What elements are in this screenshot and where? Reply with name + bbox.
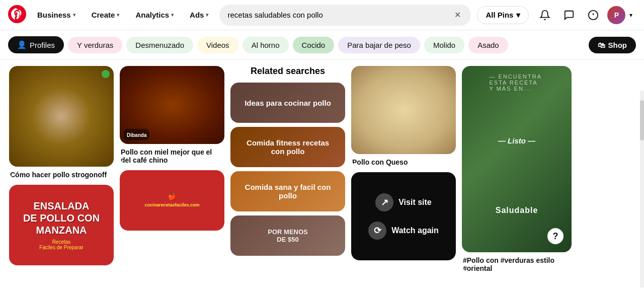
card-label-strogonoff: Cómo hacer pollo strogonoff bbox=[9, 171, 114, 179]
chip-desmenuzado[interactable]: Desmenuzado bbox=[126, 37, 193, 53]
scrollbar-track bbox=[640, 90, 644, 287]
column-4: Pollo con Queso ↗ Visit site ⟳ Watch aga… bbox=[348, 66, 459, 287]
chevron-down-icon: ▾ bbox=[117, 12, 119, 18]
all-pins-dropdown[interactable]: All Pins ▾ bbox=[477, 6, 529, 24]
external-link-icon: ↗ bbox=[375, 193, 393, 211]
visit-site-button[interactable]: ↗ Visit site bbox=[375, 193, 432, 211]
related-card-fitness[interactable]: Comida fitness recetas con pollo bbox=[230, 127, 345, 167]
card-ensalada-bottom[interactable]: 🍎cocinarecetasfaciles.com bbox=[120, 170, 224, 231]
account-chevron-icon[interactable]: ▾ bbox=[629, 12, 632, 19]
chevron-down-icon: ▾ bbox=[73, 12, 75, 18]
nav-create[interactable]: Create ▾ bbox=[87, 8, 125, 22]
nav-analytics[interactable]: Analytics ▾ bbox=[130, 8, 179, 22]
card-label-oriental: #Pollo con #verduras estilo #oriental bbox=[462, 256, 572, 272]
chevron-down-icon: ▾ bbox=[171, 12, 174, 18]
chip-cocido[interactable]: Cocido bbox=[293, 37, 335, 53]
notifications-bell-button[interactable] bbox=[535, 5, 555, 25]
shop-button[interactable]: 🛍 Shop bbox=[589, 37, 636, 53]
chevron-down-icon: ▾ bbox=[206, 12, 208, 18]
search-input[interactable] bbox=[227, 11, 452, 19]
header-icons: P ▾ bbox=[535, 5, 632, 25]
video-overlay: ↗ Visit site ⟳ Watch again bbox=[351, 172, 456, 260]
watch-again-button[interactable]: ⟳ Watch again bbox=[368, 222, 439, 240]
card-ensalada[interactable]: ENSALADADE POLLO CONMANZANA RecetasFácil… bbox=[9, 185, 114, 265]
column-2: Dibanda Pollo con miel mejor que el del … bbox=[117, 66, 227, 287]
card-strogonoff[interactable]: Cómo hacer pollo strogonoff bbox=[9, 66, 114, 179]
related-card-ideas[interactable]: Ideas para cocinar pollo bbox=[230, 83, 345, 123]
chevron-down-icon: ▾ bbox=[516, 11, 520, 20]
pinterest-logo[interactable] bbox=[8, 5, 26, 25]
nav-business[interactable]: Business ▾ bbox=[32, 8, 80, 22]
scrollbar-thumb[interactable] bbox=[640, 100, 644, 140]
card-queso[interactable]: Pollo con Queso bbox=[351, 66, 456, 166]
replay-icon: ⟳ bbox=[368, 222, 386, 240]
column-1: Cómo hacer pollo strogonoff ENSALADADE P… bbox=[6, 66, 117, 287]
svg-point-0 bbox=[8, 5, 26, 23]
person-icon: 👤 bbox=[17, 40, 27, 49]
main-content: Cómo hacer pollo strogonoff ENSALADADE P… bbox=[0, 60, 644, 287]
card-label-queso: Pollo con Queso bbox=[351, 158, 456, 166]
chip-asado[interactable]: Asado bbox=[468, 37, 508, 53]
alerts-button[interactable] bbox=[583, 5, 603, 25]
column-5: — ENCUENTRA ESTA RECETA Y MÁS EN... — Li… bbox=[459, 66, 575, 287]
shop-icon: 🛍 bbox=[598, 41, 605, 49]
chip-yverduras[interactable]: Y verduras bbox=[68, 37, 122, 53]
chip-videos[interactable]: Videos bbox=[197, 37, 238, 53]
card-miel[interactable]: Dibanda Pollo con miel mejor que el del … bbox=[120, 66, 224, 164]
search-bar: ✕ bbox=[219, 5, 471, 26]
column-related: Related searches Ideas para cocinar poll… bbox=[227, 66, 348, 287]
nav-ads[interactable]: Ads ▾ bbox=[185, 8, 213, 22]
chip-alhorno[interactable]: Al horno bbox=[243, 37, 289, 53]
chip-molido[interactable]: Molido bbox=[424, 37, 464, 53]
card-oriental[interactable]: — ENCUENTRA ESTA RECETA Y MÁS EN... — Li… bbox=[462, 66, 572, 272]
filter-bar: 👤 Profiles Y verduras Desmenuzado Videos… bbox=[0, 30, 644, 60]
header: Business ▾ Create ▾ Analytics ▾ Ads ▾ ✕ … bbox=[0, 0, 644, 30]
card-video[interactable]: ↗ Visit site ⟳ Watch again bbox=[351, 172, 456, 260]
avatar[interactable]: P bbox=[607, 6, 625, 24]
clear-search-button[interactable]: ✕ bbox=[452, 9, 463, 21]
related-card-menos50[interactable]: POR MENOSDE $50 bbox=[230, 215, 345, 256]
chip-parabajar[interactable]: Para bajar de peso bbox=[338, 37, 420, 53]
card-label-miel: Pollo con miel mejor que el del café chi… bbox=[120, 148, 224, 164]
chip-profiles[interactable]: 👤 Profiles bbox=[8, 36, 64, 53]
related-card-sana[interactable]: Comida sana y facil con pollo bbox=[230, 171, 345, 211]
related-searches-title: Related searches bbox=[230, 66, 345, 77]
messages-button[interactable] bbox=[559, 5, 579, 25]
